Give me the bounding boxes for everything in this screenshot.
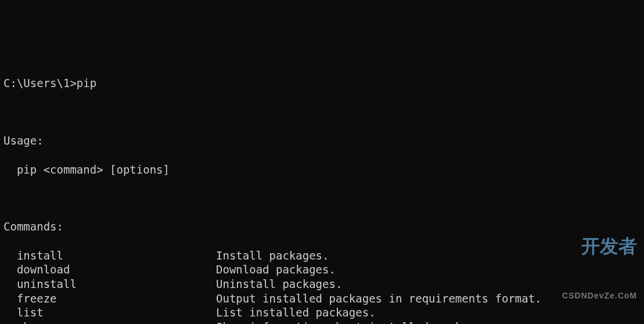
command-name: show <box>17 320 216 324</box>
prompt-path: C:\Users\1> <box>3 77 77 89</box>
command-name: list <box>17 305 216 320</box>
command-row: installInstall packages. <box>3 249 641 263</box>
usage-text: pip <command> [options] <box>3 163 641 177</box>
command-row: uninstallUninstall packages. <box>3 277 641 291</box>
watermark: 开发者 CSDNDevZe.CoM <box>562 200 637 318</box>
command-row: showShow information about installed pac… <box>3 320 641 324</box>
empty-line <box>3 105 641 120</box>
command-description: Show information about installed package… <box>216 320 641 324</box>
command-name: install <box>17 249 216 263</box>
commands-header: Commands: <box>3 219 641 234</box>
command-name: download <box>17 262 216 277</box>
command-name: uninstall <box>17 277 216 291</box>
usage-header: Usage: <box>3 134 641 148</box>
command-name: freeze <box>17 291 216 306</box>
commands-list: installInstall packages.downloadDownload… <box>3 249 641 324</box>
prompt-line: C:\Users\1>pip <box>3 76 641 91</box>
prompt-command: pip <box>77 77 96 89</box>
terminal-output[interactable]: C:\Users\1>pip Usage: pip <command> [opt… <box>3 62 641 324</box>
command-row: downloadDownload packages. <box>3 262 641 277</box>
empty-line <box>3 191 641 206</box>
watermark-sub: CSDNDevZe.CoM <box>562 291 637 300</box>
watermark-main: 开发者 <box>562 237 637 255</box>
command-row: freezeOutput installed packages in requi… <box>3 291 641 306</box>
command-row: listList installed packages. <box>3 305 641 320</box>
